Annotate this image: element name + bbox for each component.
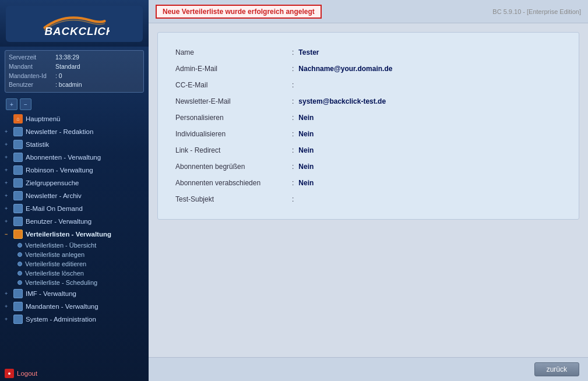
separator-admin-email: : — [292, 65, 294, 73]
separator-personalisieren: : — [292, 114, 294, 122]
nav-item-hauptmenu[interactable]: ⌂ Hauptmenü — [0, 112, 149, 125]
expand-icon-statistik: + — [5, 142, 10, 147]
separator-individualisieren: : — [292, 130, 294, 138]
submenu-label-editieren: Verteilerliste editieren — [25, 260, 86, 267]
expand-icon-eod: + — [5, 206, 10, 211]
separator-link-redirect: : — [292, 146, 294, 154]
submenu-item-uebersicht[interactable]: Verteilerlisten - Übersicht — [13, 241, 149, 250]
toolbar-icons: + − — [0, 96, 149, 112]
nav-item-verteilerlisten-verwaltung[interactable]: − Verteilerlisten - Verwaltung — [0, 228, 149, 241]
expand-all-icon[interactable]: + — [6, 98, 17, 110]
folder-icon-abonnenten — [13, 153, 23, 162]
detail-label-abonnenten-verabschieden: Abonnenten verabschieden — [175, 179, 292, 187]
nav-item-newsletter-redaktion[interactable]: + Newsletter - Redaktion — [0, 125, 149, 138]
detail-value-name: Tester — [298, 48, 319, 57]
mandant-label: Mandant — [9, 62, 55, 72]
detail-row-admin-email: Admin-E-Mail : Nachname@your.domain.de — [175, 61, 561, 77]
detail-value-individualisieren: Nein — [298, 130, 314, 138]
logo-box: BACKCLICK — [6, 6, 143, 42]
collapse-all-icon[interactable]: − — [20, 98, 31, 110]
nav-item-mandanten-verwaltung[interactable]: + Mandanten - Verwaltung — [0, 300, 149, 313]
detail-value-link-redirect: Nein — [298, 146, 314, 154]
submenu-item-editieren[interactable]: Verteilerliste editieren — [13, 259, 149, 269]
logout-label: Logout — [17, 370, 37, 377]
expand-icon-system: + — [5, 316, 10, 322]
expand-icon-imf: + — [5, 291, 10, 297]
nav-item-email-on-demand[interactable]: + E-Mail On Demand — [0, 202, 149, 215]
folder-icon-newsletter — [13, 127, 23, 136]
detail-row-personalisieren: Personalisieren : Nein — [175, 110, 561, 126]
folder-icon-system — [13, 315, 23, 324]
separator-abonnenten-begruessen: : — [292, 163, 294, 171]
submenu-label-uebersicht: Verteilerlisten - Übersicht — [25, 242, 96, 249]
nav-label-hauptmenu: Hauptmenü — [26, 115, 60, 122]
folder-icon-zielgruppen — [13, 178, 23, 188]
benutzer-label: Benutzer — [9, 80, 55, 90]
submenu-item-anlegen[interactable]: Verteilerliste anlegen — [13, 250, 149, 259]
submenu-dot-uebersicht — [17, 243, 22, 248]
serverzeit-value: 13:38:29 — [55, 53, 79, 62]
nav-item-robinson-verwaltung[interactable]: + Robinson - Verwaltung — [0, 164, 149, 177]
nav-label-verteilerlisten-verwaltung: Verteilerlisten - Verwaltung — [26, 231, 111, 238]
success-message: Neue Verteilerliste wurde erfolgreich an… — [156, 5, 322, 19]
detail-value-newsletter-email: system@backclick-test.de — [298, 97, 386, 105]
detail-row-abonnenten-verabschieden: Abonnenten verabschieden : Nein — [175, 175, 561, 191]
nav-label-system-administration: System - Administration — [26, 316, 96, 323]
logo-area: BACKCLICK — [0, 0, 149, 47]
folder-icon-benutzer — [13, 217, 23, 226]
detail-row-test-subjekt: Test-Subjekt : — [175, 191, 561, 207]
detail-value-abonnenten-begruessen: Nein — [298, 163, 314, 171]
nav-item-newsletter-archiv[interactable]: + Newsletter - Archiv — [0, 189, 149, 202]
separator-newsletter-email: : — [292, 97, 294, 105]
nav-item-statistik[interactable]: + Statistik — [0, 138, 149, 151]
nav-item-system-administration[interactable]: + System - Administration — [0, 313, 149, 326]
submenu-item-loeschen[interactable]: Verteilerliste löschen — [13, 269, 149, 278]
main-header: Neue Verteilerliste wurde erfolgreich an… — [149, 0, 588, 23]
submenu-dot-anlegen — [17, 252, 22, 257]
nav-label-newsletter-archiv: Newsletter - Archiv — [26, 192, 82, 199]
detail-label-individualisieren: Individualisieren — [175, 130, 292, 138]
submenu-dot-editieren — [17, 262, 22, 266]
logo-svg: BACKCLICK — [40, 9, 110, 38]
content-area: Name : Tester Admin-E-Mail : Nachname@yo… — [149, 23, 588, 357]
bottom-bar: zurück — [149, 357, 588, 381]
nav-item-zielgruppensuche[interactable]: + Zielgruppensuche — [0, 177, 149, 189]
serverzeit-label: Serverzeit — [9, 53, 55, 62]
detail-row-name: Name : Tester — [175, 44, 561, 61]
nav-label-abonnenten: Abonnenten - Verwaltung — [26, 154, 101, 161]
expand-icon-mandanten: + — [5, 304, 10, 309]
version-info: BC 5.9.10 - [Enterprise Edition] — [492, 8, 581, 15]
detail-row-link-redirect: Link - Redirect : Nein — [175, 142, 561, 158]
sidebar: BACKCLICK Serverzeit 13:38:29 Mandant St… — [0, 0, 149, 381]
submenu-dot-scheduling — [17, 280, 22, 285]
folder-icon-verteilerlisten — [13, 230, 23, 239]
detail-label-admin-email: Admin-E-Mail — [175, 65, 292, 73]
nav-label-newsletter-redaktion: Newsletter - Redaktion — [26, 128, 93, 135]
back-button[interactable]: zurück — [534, 362, 579, 376]
nav-item-imf-verwaltung[interactable]: + IMF - Verwaltung — [0, 287, 149, 300]
logout-icon: ● — [5, 369, 14, 378]
nav-label-email-on-demand: E-Mail On Demand — [26, 205, 83, 212]
expand-icon-archiv: + — [5, 193, 10, 199]
detail-value-personalisieren: Nein — [298, 114, 314, 122]
submenu-label-loeschen: Verteilerliste löschen — [25, 270, 84, 277]
submenu-item-scheduling[interactable]: Verteilerliste - Scheduling — [13, 278, 149, 287]
separator-cc-email: : — [292, 81, 294, 89]
submenu-dot-loeschen — [17, 271, 22, 276]
expand-icon-zielgruppen: + — [5, 180, 10, 186]
verteilerlisten-submenu: Verteilerlisten - Übersicht Verteilerlis… — [0, 241, 149, 287]
nav-label-zielgruppensuche: Zielgruppensuche — [26, 179, 79, 186]
mandant-value: Standard — [55, 62, 80, 72]
submenu-label-scheduling: Verteilerliste - Scheduling — [25, 279, 97, 286]
nav-item-abonnenten-verwaltung[interactable]: + Abonnenten - Verwaltung — [0, 151, 149, 164]
nav-item-benutzer-verwaltung[interactable]: + Benutzer - Verwaltung — [0, 215, 149, 228]
separator-abonnenten-verabschieden: : — [292, 179, 294, 187]
separator-test-subjekt: : — [292, 195, 294, 203]
expand-icon-newsletter: + — [5, 129, 10, 135]
expand-icon-robinson: + — [5, 167, 10, 173]
svg-text:BACKCLICK: BACKCLICK — [44, 25, 109, 37]
logout-item[interactable]: ● Logout — [0, 366, 149, 381]
nav-label-robinson: Robinson - Verwaltung — [26, 167, 93, 174]
detail-panel: Name : Tester Admin-E-Mail : Nachname@yo… — [157, 32, 579, 220]
expand-icon-benutzer: + — [5, 218, 10, 224]
